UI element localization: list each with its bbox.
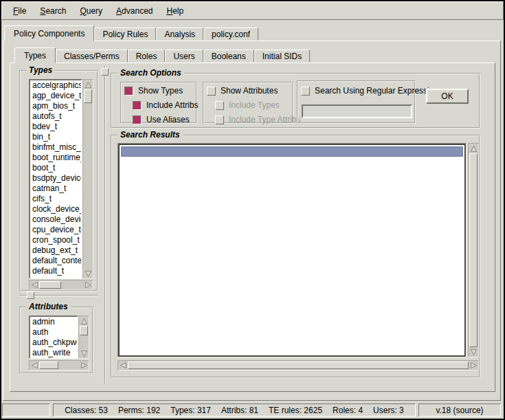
types-listbox[interactable]: accelgraphics_eagp_device_tapm_bios_taut… xyxy=(29,79,82,279)
types-list-item[interactable]: catman_t xyxy=(30,184,81,194)
types-list-item[interactable]: autofs_t xyxy=(30,111,81,122)
scroll-up-icon[interactable] xyxy=(83,80,93,89)
menu-help[interactable]: Help xyxy=(159,3,190,19)
include-attribs-checkbox[interactable]: Include Attribs xyxy=(133,100,198,110)
scroll-down-icon[interactable] xyxy=(79,349,89,358)
types-list-item[interactable]: bsdpty_device_ xyxy=(30,173,81,184)
tab-policy-conf[interactable]: policy.conf xyxy=(203,27,258,41)
tab-analysis[interactable]: Analysis xyxy=(156,27,203,41)
types-list-item[interactable]: accelgraphics_e xyxy=(30,80,81,91)
attributes-list-item[interactable]: admin xyxy=(30,317,77,327)
ok-button[interactable]: OK xyxy=(426,89,469,104)
scroll-down-icon[interactable] xyxy=(469,347,478,357)
search-results-label: Search Results xyxy=(117,130,183,140)
types-list-item[interactable]: cron_spool_t xyxy=(30,235,81,245)
types-hscrollbar[interactable] xyxy=(29,280,93,290)
search-results-text[interactable] xyxy=(117,143,467,357)
types-list-item[interactable]: console_device xyxy=(30,214,81,225)
types-list-item[interactable]: clock_device_t xyxy=(30,204,81,214)
types-list-item[interactable]: debug_ext_t xyxy=(30,245,81,256)
selected-line xyxy=(121,146,463,157)
tab-initial-sids[interactable]: Initial SIDs xyxy=(254,49,310,63)
scrollbar-thumb[interactable] xyxy=(39,362,58,369)
attributes-groupbox: Attributes adminauthauth_chkpwdauth_writ… xyxy=(19,307,93,374)
stat-item: Classes: 53 xyxy=(65,406,108,415)
types-list-item[interactable]: cifs_t xyxy=(30,194,81,204)
results-hscrollbar[interactable] xyxy=(117,360,479,371)
menu-search[interactable]: Search xyxy=(33,3,73,19)
show-types-checkbox[interactable]: Show Types xyxy=(124,86,183,96)
scrollbar-thumb[interactable] xyxy=(469,153,478,347)
types-list-item[interactable]: default_context xyxy=(30,256,81,266)
types-list-item[interactable]: cpu_device_t xyxy=(30,225,81,235)
scroll-down-icon[interactable] xyxy=(83,269,93,278)
types-list-item[interactable]: boot_runtime_t xyxy=(30,153,81,163)
checkbox-icon xyxy=(133,101,142,110)
regex-checkbox[interactable]: Search Using Regular Expression xyxy=(301,86,438,96)
tab-classes-perms[interactable]: Classes/Perms xyxy=(56,49,128,63)
tab-users[interactable]: Users xyxy=(165,49,203,63)
regex-input[interactable] xyxy=(302,104,412,118)
types-list-item[interactable]: bdev_t xyxy=(30,122,81,132)
use-aliases-checkbox-label: Use Aliases xyxy=(146,115,190,124)
results-vscrollbar[interactable] xyxy=(468,143,479,357)
stat-item: Roles: 4 xyxy=(333,406,363,415)
policy-stats: Classes: 53Perms: 192Types: 317Attribs: … xyxy=(65,406,404,415)
apol-window: File Search Query Advanced Help Policy C… xyxy=(0,0,505,420)
scroll-right-icon[interactable] xyxy=(83,280,93,289)
attributes-list-item[interactable]: auth_write xyxy=(30,348,77,358)
use-aliases-checkbox[interactable]: Use Aliases xyxy=(133,115,190,124)
attributes-hscrollbar[interactable] xyxy=(29,360,89,371)
scrollbar-thumb[interactable] xyxy=(128,362,469,369)
attributes-listbox[interactable]: adminauthauth_chkpwdauth_write xyxy=(29,316,78,359)
attributes-list-item[interactable]: auth_chkpwd xyxy=(30,338,77,348)
scroll-left-icon[interactable] xyxy=(30,361,39,370)
policy-version: v.18 (source) xyxy=(436,406,483,415)
status-panel-stats: Classes: 53Perms: 192Types: 317Attribs: … xyxy=(53,404,416,417)
include-attribs-checkbox-label: Include Attribs xyxy=(146,100,198,110)
show-types-frame: Show Types Include Attribs Use Aliases xyxy=(120,82,197,124)
stat-item: Types: 317 xyxy=(170,406,211,415)
attributes-list-item[interactable]: auth xyxy=(30,327,77,338)
attributes-vscrollbar[interactable] xyxy=(78,316,89,359)
types-list-item[interactable]: apm_bios_t xyxy=(30,101,81,111)
types-groupbox: Types accelgraphics_eagp_device_tapm_bio… xyxy=(19,70,98,291)
tab-booleans[interactable]: Booleans xyxy=(203,49,254,63)
status-panel-left xyxy=(2,404,50,417)
scrollbar-thumb[interactable] xyxy=(80,326,88,335)
search-results-groupbox: Search Results xyxy=(111,135,480,378)
types-list-item[interactable]: binfmt_misc_fs xyxy=(30,142,81,153)
tab-policy-rules[interactable]: Policy Rules xyxy=(94,27,156,41)
show-attributes-checkbox[interactable]: Show Attributes xyxy=(207,86,278,96)
types-list-item[interactable]: agp_device_t xyxy=(30,91,81,101)
scroll-right-icon[interactable] xyxy=(469,361,478,370)
show-types-checkbox-label: Show Types xyxy=(138,86,183,96)
types-list-item[interactable]: bin_t xyxy=(30,132,81,142)
scroll-up-icon[interactable] xyxy=(469,144,478,153)
types-list-item[interactable]: default_t xyxy=(30,266,81,276)
scrollbar-thumb[interactable] xyxy=(84,89,92,103)
menu-advanced[interactable]: Advanced xyxy=(109,3,159,19)
menu-file[interactable]: File xyxy=(6,3,33,19)
horizontal-sash-handle[interactable] xyxy=(27,291,34,299)
types-vscrollbar[interactable] xyxy=(82,79,93,279)
tab-types[interactable]: Types xyxy=(14,47,56,63)
tab-policy-components[interactable]: Policy Components xyxy=(4,25,94,41)
vertical-sash-handle[interactable] xyxy=(101,68,109,76)
include-type-attribs-checkbox: Include Type Attribs xyxy=(215,115,301,124)
menu-query[interactable]: Query xyxy=(73,3,109,19)
scroll-left-icon[interactable] xyxy=(118,361,128,370)
checkbox-icon xyxy=(207,87,216,96)
stat-item: Attribs: 81 xyxy=(221,406,258,415)
components-tab-bar: Types Classes/Perms Roles Users Booleans… xyxy=(14,47,310,63)
scroll-right-icon[interactable] xyxy=(79,361,89,370)
scroll-up-icon[interactable] xyxy=(79,316,89,326)
status-panel-version: v.18 (source) xyxy=(418,404,501,417)
scrollbar-trough xyxy=(83,103,93,269)
tab-roles[interactable]: Roles xyxy=(128,49,166,63)
checkbox-icon xyxy=(215,101,224,110)
scrollbar-trough xyxy=(79,335,89,349)
scrollbar-thumb[interactable] xyxy=(39,281,61,289)
scroll-left-icon[interactable] xyxy=(30,280,39,289)
types-list-item[interactable]: boot_t xyxy=(30,163,81,173)
